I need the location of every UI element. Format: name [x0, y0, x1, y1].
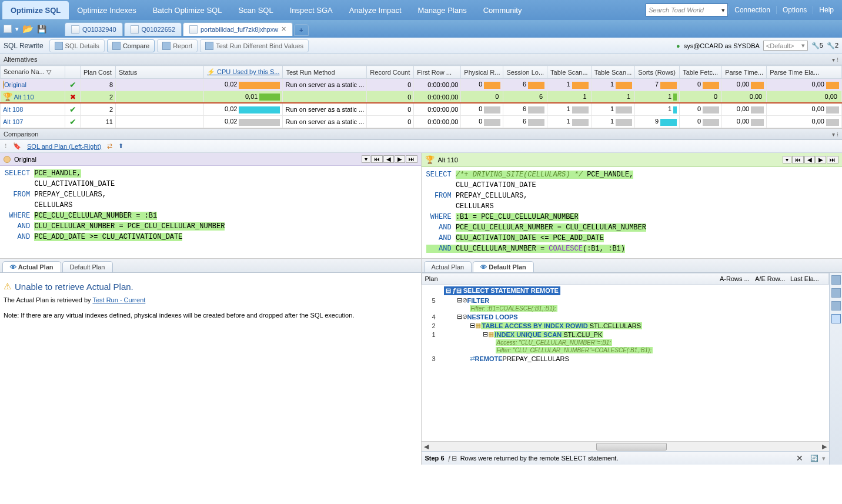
doc-icon: [71, 25, 79, 34]
col-header[interactable]: Table Scan...: [547, 66, 592, 79]
alt-row[interactable]: Original✔80,02 Run on server as a static…: [1, 79, 842, 91]
plan-tree-row[interactable]: 4⊟ ⊘ NESTED LOOPS: [423, 312, 828, 321]
close-tab-icon[interactable]: ✕: [281, 25, 286, 33]
btn-compare[interactable]: Compare: [107, 39, 155, 52]
plan-tree-row[interactable]: 3⇄ REMOTE PREPAY_CELLULARS: [423, 354, 828, 363]
col-header[interactable]: ⚡ CPU Used by this S...: [204, 66, 283, 79]
plan-tree-row[interactable]: 1⊟ ▦ INDEX UNIQUE SCAN STL.CLU_PK: [423, 330, 828, 339]
plan-tree-row[interactable]: Filter: "CLU_CELLULAR_NUMBER"=COALESCE(:…: [423, 346, 828, 354]
secondary-toolbar: SQL Rewrite SQL DetailsCompareReportTest…: [0, 38, 842, 54]
plan-tree-row[interactable]: 2⊟ ▦ TABLE ACCESS BY INDEX ROWID STL.CEL…: [423, 321, 828, 330]
new-icon[interactable]: [4, 25, 12, 33]
status-x-icon: ✖: [70, 93, 76, 101]
plan-h-scrollbar[interactable]: ◀▶: [422, 441, 830, 451]
doc-tab[interactable]: Q01032940: [65, 22, 123, 36]
help-link[interactable]: Help: [813, 6, 840, 14]
menu-scan-sql[interactable]: Scan SQL: [230, 1, 281, 19]
col-header[interactable]: Parse Time Ela...: [767, 66, 842, 79]
plan-tree-row[interactable]: Filter: :B1=COALESCE(:B1,:B1);: [423, 305, 828, 312]
alternatives-header: Alternatives▾ ⁝: [0, 54, 842, 65]
doc-tab[interactable]: portabilidad_fuf7zk8jxhpxw✕: [183, 22, 293, 36]
trophy-icon: 🏆: [425, 155, 435, 164]
sql-rewrite-label: SQL Rewrite: [4, 42, 44, 50]
plan-tree-row[interactable]: Access: "CLU_CELLULAR_NUMBER"=:B1;: [423, 339, 828, 346]
search-toad-world[interactable]: Search Toad World▾: [646, 4, 728, 16]
plan-tree-row[interactable]: ⊟ ƒ⊟ SELECT STATEMENT REMOTE: [423, 286, 828, 296]
side-icon-3: [831, 301, 841, 311]
options-link[interactable]: Options: [776, 6, 813, 14]
col-header[interactable]: Physical R...: [461, 66, 503, 79]
tab-default-plan-left[interactable]: Default Plan: [62, 261, 113, 272]
alt-row[interactable]: 🏆 Alt 110✖20,01 00:00:00,000 6 1 1 1 0 0…: [1, 91, 842, 104]
close-footer-icon[interactable]: ✕: [796, 453, 803, 463]
connection-string: sys@CCARD as SYSDBA: [684, 42, 760, 49]
btn-test-run-different-bind-values[interactable]: Test Run Different Bind Values: [200, 39, 309, 52]
player-left[interactable]: ▾⏮◀▶⏭: [362, 155, 417, 163]
tab-actual-plan-right[interactable]: Actual Plan: [424, 261, 472, 272]
tool-strip: ▾ 📂 💾 Q01032940Q01022652portabilidad_fuf…: [0, 20, 842, 38]
doc-tab[interactable]: Q01022652: [124, 22, 182, 36]
status-ok-icon: ✔: [69, 105, 76, 114]
warning-title: ⚠Unable to retrieve Actual Plan.: [4, 281, 417, 292]
menu-community[interactable]: Community: [475, 1, 530, 19]
counter-1: 🔧5: [811, 42, 823, 49]
alt-row[interactable]: Alt 107✔110,02 Run on server as a static…: [1, 116, 842, 128]
connection-link[interactable]: Connection: [728, 6, 776, 14]
menu-optimize-indexes[interactable]: Optimize Indexes: [69, 1, 144, 19]
test-run-current-link[interactable]: Test Run - Current: [92, 296, 145, 303]
col-header[interactable]: Parse Time...: [722, 66, 767, 79]
col-header[interactable]: [65, 66, 81, 79]
plan-split: 👁 Actual Plan Default Plan ⚠Unable to re…: [0, 259, 842, 465]
player-right[interactable]: ▾⏮◀▶⏭: [783, 156, 838, 163]
col-header[interactable]: Status: [116, 66, 204, 79]
left-sql-text[interactable]: SELECT PCE_HANDLE, CLU_ACTIVATION_DATE F…: [0, 166, 421, 258]
menu-analyze-impact[interactable]: Analyze Impact: [341, 1, 410, 19]
up-icon[interactable]: ⬆: [118, 142, 123, 150]
plan-grid-header: Plan A-Rows ... A/E Row... Last Ela...: [422, 273, 830, 285]
right-sql-text[interactable]: SELECT /*+ DRIVING_SITE(CELLULARS) */ PC…: [422, 167, 843, 258]
alt-row[interactable]: Alt 108✔20,02 Run on server as a static …: [1, 103, 842, 116]
right-sql-pane: 🏆 Alt 110 ▾⏮◀▶⏭ SELECT /*+ DRIVING_SITE(…: [422, 153, 843, 258]
plan-tree[interactable]: ⊟ ƒ⊟ SELECT STATEMENT REMOTE5⊟ ⊘ FILTERF…: [422, 285, 830, 441]
add-tab-button[interactable]: +: [294, 24, 308, 36]
col-header[interactable]: Scenario Na... ▽: [1, 66, 65, 79]
sync-icon[interactable]: 🔄: [810, 455, 818, 462]
menu-manage-plans[interactable]: Manage Plans: [410, 1, 475, 19]
comparison-split: Original ▾⏮◀▶⏭ SELECT PCE_HANDLE, CLU_AC…: [0, 153, 842, 259]
plan-side-toolbar[interactable]: [829, 273, 842, 465]
btn-report[interactable]: Report: [157, 39, 198, 52]
plan-status-footer: Step 6 ƒ⊟ Rows were returned by the remo…: [422, 451, 830, 465]
col-header[interactable]: Table Scan...: [591, 66, 635, 79]
tab-actual-plan-left[interactable]: 👁 Actual Plan: [2, 261, 61, 272]
menu-inspect-sga[interactable]: Inspect SGA: [282, 1, 341, 19]
col-header[interactable]: Plan Cost: [81, 66, 116, 79]
right-plan-tabs: Actual Plan 👁 Default Plan: [422, 259, 843, 273]
save-icon[interactable]: 💾: [37, 25, 46, 34]
right-plan-pane: Actual Plan 👁 Default Plan Plan A-Rows .…: [422, 259, 843, 465]
comparison-header: Comparison▾ ⁝: [0, 129, 842, 140]
doc-icon: [189, 25, 198, 34]
col-header[interactable]: Record Count: [367, 66, 414, 79]
comparison-toolbar: ⁝ 🔖 SQL and Plan (Left-Right) ⇄ ⬆: [0, 140, 842, 153]
swap-icon[interactable]: ⇄: [107, 142, 112, 150]
plan-tree-row[interactable]: 5⊟ ⊘ FILTER: [423, 296, 828, 305]
open-icon[interactable]: 📂: [22, 24, 34, 34]
col-header[interactable]: First Row ...: [414, 66, 461, 79]
col-header[interactable]: Session Lo...: [503, 66, 547, 79]
status-ok-icon: ✔: [69, 117, 76, 126]
col-header[interactable]: Test Run Method: [283, 66, 367, 79]
col-header[interactable]: Sorts (Rows): [635, 66, 680, 79]
default-combo[interactable]: <Default> ▾: [763, 41, 808, 51]
left-sql-pane: Original ▾⏮◀▶⏭ SELECT PCE_HANDLE, CLU_AC…: [0, 153, 422, 258]
tab-default-plan-right[interactable]: 👁 Default Plan: [473, 261, 534, 272]
alternatives-grid[interactable]: Scenario Na... ▽Plan CostStatus⚡ CPU Use…: [0, 65, 842, 129]
btn-sql-details[interactable]: SQL Details: [49, 39, 105, 52]
top-menu-bar: Optimize SQLOptimize IndexesBatch Optimi…: [0, 0, 842, 20]
document-tabs: Q01032940Q01022652portabilidad_fuf7zk8jx…: [65, 22, 310, 36]
menu-optimize-sql[interactable]: Optimize SQL: [2, 1, 69, 19]
sql-and-plan-link[interactable]: SQL and Plan (Left-Right): [27, 143, 101, 150]
left-plan-tabs: 👁 Actual Plan Default Plan: [0, 259, 421, 273]
side-icon-1: [831, 275, 841, 285]
col-header[interactable]: Table Fetc...: [680, 66, 722, 79]
menu-batch-optimize-sql[interactable]: Batch Optimize SQL: [145, 1, 230, 19]
